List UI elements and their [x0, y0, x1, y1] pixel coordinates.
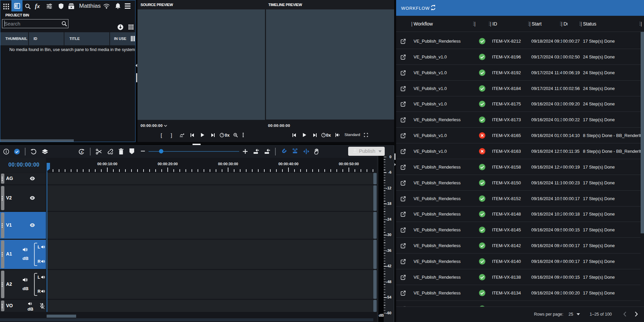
- svg-text:3: 3: [81, 150, 83, 154]
